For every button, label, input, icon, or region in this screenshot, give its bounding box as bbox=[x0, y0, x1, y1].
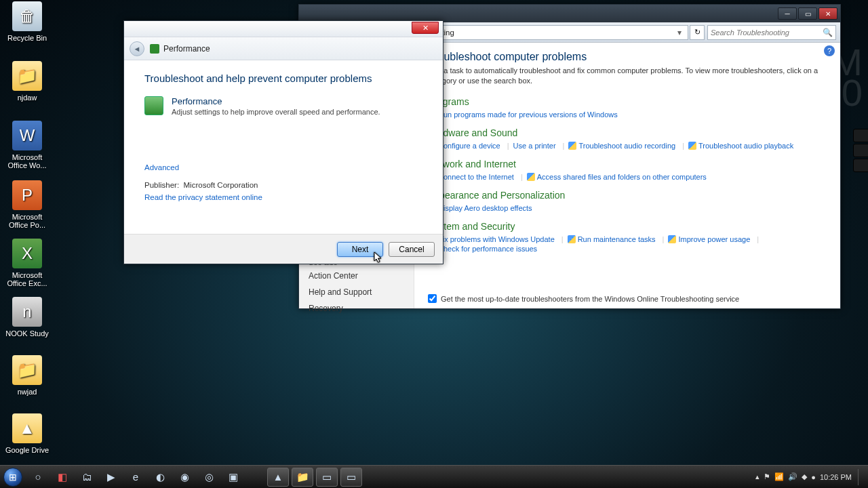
google-drive-icon: ▲ bbox=[12, 413, 42, 443]
system-tray[interactable]: ▴ ⚑ 📶 🔊 ◆ ● 10:26 PM bbox=[753, 469, 868, 485]
task-item[interactable]: e bbox=[125, 468, 146, 487]
task-item[interactable]: ▶ bbox=[100, 468, 122, 487]
task-item[interactable]: ▣ bbox=[222, 468, 244, 487]
footer-checkbox-row: Get the most up-to-date troubleshooters … bbox=[428, 294, 739, 303]
task-item[interactable]: ◧ bbox=[52, 468, 73, 487]
desktop-icon-excel[interactable]: XMicrosoft Office Exc... bbox=[1, 239, 53, 287]
dropdown-icon[interactable]: ▾ bbox=[677, 28, 682, 37]
desktop-icon-word[interactable]: WMicrosoft Office Wo... bbox=[1, 121, 53, 169]
shield-icon bbox=[668, 235, 676, 243]
troubleshooter-link[interactable]: Fix problems with Windows Update bbox=[438, 235, 555, 243]
wizard-header: ◄ Performance bbox=[124, 37, 443, 60]
sidebar-item-action-center[interactable]: Action Center bbox=[299, 268, 414, 284]
maximize-button[interactable]: ▭ bbox=[798, 7, 817, 20]
volume-icon[interactable]: 🔊 bbox=[788, 472, 797, 481]
category-head[interactable]: Programs bbox=[428, 96, 827, 107]
close-button[interactable]: ✕ bbox=[412, 22, 439, 34]
close-button[interactable]: ✕ bbox=[818, 7, 837, 20]
task-item[interactable]: 🗂 bbox=[76, 468, 98, 487]
tray-expand-icon[interactable]: ▴ bbox=[755, 472, 760, 481]
troubleshooter-link[interactable]: Display Aero desktop effects bbox=[438, 204, 532, 212]
shield-icon bbox=[527, 173, 535, 181]
refresh-button[interactable]: ↻ bbox=[690, 25, 705, 40]
main-content: Troubleshoot computer problems Run a tas… bbox=[414, 43, 840, 308]
desktop-icon-folder2[interactable]: 📁nwjad bbox=[1, 355, 53, 396]
desktop-icon-recycle-bin[interactable]: 🗑Recycle Bin bbox=[1, 1, 53, 42]
task-item[interactable]: ◐ bbox=[149, 468, 171, 487]
sidebar-item-help[interactable]: Help and Support bbox=[299, 284, 414, 300]
wizard-item-desc: Adjust settings to help improve overall … bbox=[172, 108, 380, 116]
performance-icon bbox=[144, 96, 163, 115]
word-icon: W bbox=[12, 121, 42, 150]
search-icon[interactable]: 🔍 bbox=[823, 28, 833, 37]
troubleshooter-link[interactable]: Use a printer bbox=[513, 142, 556, 150]
publisher-row: Publisher: Microsoft Corporation bbox=[144, 181, 422, 189]
troubleshooter-link[interactable]: Connect to the Internet bbox=[438, 173, 514, 181]
powerpoint-icon: P bbox=[12, 180, 42, 210]
advanced-link[interactable]: Advanced bbox=[144, 163, 422, 171]
task-item[interactable]: ◉ bbox=[174, 468, 195, 487]
windows-logo-icon: ⊞ bbox=[3, 468, 22, 487]
taskbar: ⊞ ○ ◧ 🗂 ▶ e ◐ ◉ ◎ ▣ ▲ 📁 ▭ ▭ ▴ ⚑ 📶 🔊 ◆ ● … bbox=[0, 465, 868, 488]
troubleshooter-link[interactable]: Configure a device bbox=[438, 142, 500, 150]
recycle-bin-icon: 🗑 bbox=[12, 1, 42, 31]
folder-icon: 📁 bbox=[12, 61, 42, 91]
task-item[interactable]: 📁 bbox=[292, 468, 313, 487]
wizard-item-title: Performance bbox=[172, 96, 380, 106]
troubleshooter-link[interactable]: Troubleshoot audio recording bbox=[578, 142, 675, 150]
search-box[interactable]: 🔍 bbox=[707, 25, 836, 40]
category-head[interactable]: Appearance and Personalization bbox=[428, 190, 827, 201]
troubleshooter-link[interactable]: Access shared files and folders on other… bbox=[537, 173, 707, 181]
category-head[interactable]: System and Security bbox=[428, 221, 827, 232]
wizard-header-title: Performance bbox=[163, 44, 210, 54]
folder-icon: 📁 bbox=[12, 355, 42, 385]
task-item[interactable]: ▲ bbox=[267, 468, 289, 487]
privacy-link[interactable]: Read the privacy statement online bbox=[144, 193, 422, 201]
troubleshooter-link[interactable]: Check for performance issues bbox=[438, 245, 537, 253]
tray-icon[interactable]: ● bbox=[811, 473, 816, 481]
minimize-button[interactable]: ─ bbox=[778, 7, 797, 20]
cancel-button[interactable]: Cancel bbox=[389, 242, 435, 257]
tray-icon[interactable]: ◆ bbox=[802, 472, 807, 481]
performance-icon bbox=[150, 44, 159, 54]
online-troubleshooters-checkbox[interactable] bbox=[428, 294, 437, 303]
troubleshooter-link[interactable]: Troubleshoot audio playback bbox=[698, 142, 793, 150]
troubleshooter-link[interactable]: Run maintenance tasks bbox=[578, 235, 656, 243]
wizard-titlebar[interactable]: ✕ bbox=[124, 21, 443, 37]
footer-checkbox-label: Get the most up-to-date troubleshooters … bbox=[441, 295, 739, 303]
task-item[interactable]: ○ bbox=[27, 468, 49, 487]
task-item[interactable]: ▭ bbox=[340, 468, 362, 487]
wizard-item: Performance Adjust settings to help impr… bbox=[144, 96, 422, 116]
category-head[interactable]: Network and Internet bbox=[428, 159, 827, 169]
desktop-icon-powerpoint[interactable]: PMicrosoft Office Po... bbox=[1, 180, 53, 229]
shield-icon bbox=[568, 142, 576, 150]
wizard-footer: Next Cancel bbox=[124, 234, 443, 264]
shield-icon bbox=[688, 142, 696, 150]
desktop-icon-folder[interactable]: 📁njdaw bbox=[1, 61, 53, 102]
clock[interactable]: 10:26 PM bbox=[820, 473, 852, 481]
shield-icon bbox=[568, 235, 576, 243]
nook-icon: n bbox=[12, 297, 42, 327]
wizard-title: Troubleshoot and help prevent computer p… bbox=[144, 73, 422, 84]
sidebar-item-recovery[interactable]: Recovery bbox=[299, 300, 414, 317]
page-desc: Run a task to automatically troubleshoot… bbox=[428, 66, 827, 87]
task-item[interactable]: ◎ bbox=[198, 468, 220, 487]
start-button[interactable]: ⊞ bbox=[0, 466, 26, 489]
desktop-icon-gdrive[interactable]: ▲Google Drive bbox=[1, 413, 53, 454]
show-desktop-button[interactable] bbox=[858, 469, 863, 485]
side-tabs bbox=[853, 129, 868, 174]
network-icon[interactable]: 📶 bbox=[774, 472, 784, 481]
troubleshooter-link[interactable]: Run programs made for previous versions … bbox=[438, 110, 618, 119]
flag-icon[interactable]: ⚑ bbox=[764, 472, 770, 481]
search-input[interactable] bbox=[711, 28, 823, 37]
back-button[interactable]: ◄ bbox=[130, 41, 144, 56]
excel-icon: X bbox=[12, 239, 42, 268]
desktop-icon-nook[interactable]: nNOOK Study bbox=[1, 297, 53, 338]
task-item[interactable]: ▭ bbox=[316, 468, 338, 487]
performance-wizard: ✕ ◄ Performance Troubleshoot and help pr… bbox=[123, 20, 443, 264]
troubleshooter-link[interactable]: Improve power usage bbox=[678, 235, 750, 243]
category-head[interactable]: Hardware and Sound bbox=[428, 127, 827, 138]
next-button[interactable]: Next bbox=[337, 242, 383, 257]
page-title: Troubleshoot computer problems bbox=[428, 51, 827, 63]
